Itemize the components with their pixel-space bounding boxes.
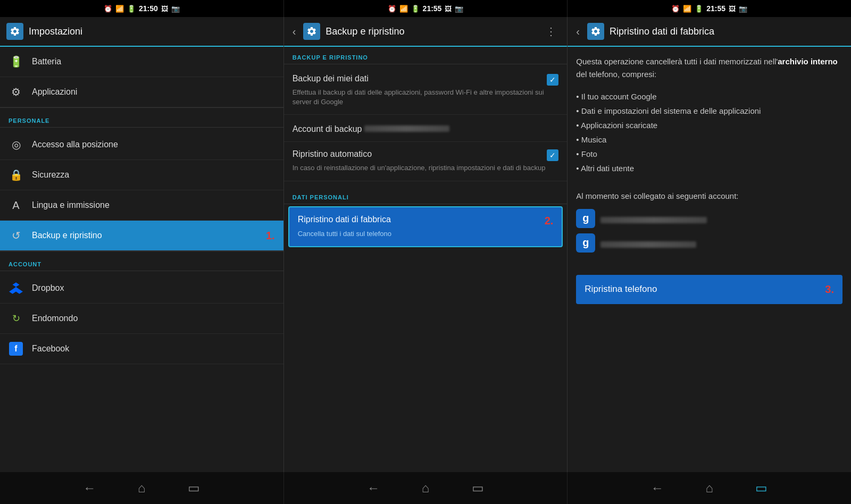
location-icon: ◎ — [9, 137, 23, 152]
panel2-title: Backup e ripristino — [326, 26, 536, 37]
account-row-1: g — [576, 209, 842, 228]
section-dati-personali: DATI PERSONALI — [284, 187, 568, 204]
bullet-musica: • Musica — [576, 132, 842, 147]
status-section-2: ⏰ 📶 🔋 21:55 🖼 📷 — [284, 0, 568, 17]
panel-settings: Impostazioni 🔋 Batteria ⚙ Applicazioni P… — [0, 17, 284, 472]
backup-dati-checkbox[interactable]: ✓ — [547, 74, 558, 86]
factory-reset-info: Questa operazione cancellerà tutti i dat… — [568, 47, 851, 89]
nav-section-2: ← ⌂ ▭ — [284, 472, 568, 504]
accounts-section: Al momento sei collegato ai seguenti acc… — [568, 182, 851, 266]
setting-ripristino-auto[interactable]: Ripristino automatico ✓ In caso di reins… — [284, 142, 568, 181]
panel1-battery-icon: 🔋 — [127, 5, 136, 13]
status-bar: ⏰ 📶 🔋 21:50 🖼 📷 ⏰ 📶 🔋 21:55 🖼 📷 ⏰ 📶 🔋 21… — [0, 0, 851, 17]
lock-icon: 🔒 — [9, 167, 23, 182]
nav-section-3: ← ⌂ ▭ — [568, 472, 851, 504]
endomondo-label: Endomondo — [32, 314, 275, 323]
panel3-battery-icon: 🔋 — [695, 5, 703, 13]
sidebar-item-endomondo[interactable]: ↻ Endomondo — [0, 304, 283, 334]
ripristino-fabbrica-header: Ripristino dati di fabbrica 2. — [298, 215, 554, 227]
panel1-photo-icon: 🖼 — [161, 5, 168, 13]
panel1-title: Impostazioni — [29, 26, 277, 37]
nav-back-1[interactable]: ← — [77, 475, 102, 501]
posizione-label: Accesso alla posizione — [32, 140, 275, 149]
panel2-content: BACKUP E RIPRISTINO Backup dei miei dati… — [284, 47, 568, 472]
sidebar-item-sicurezza[interactable]: 🔒 Sicurezza — [0, 160, 283, 190]
divider-personale-2 — [0, 127, 283, 128]
panel2-back-btn[interactable]: ‹ — [290, 23, 298, 40]
nav-home-2[interactable]: ⌂ — [413, 475, 438, 501]
dropbox-icon — [9, 281, 23, 296]
account-email-1-blurred — [600, 217, 707, 223]
ripristino-auto-checkbox[interactable]: ✓ — [547, 149, 558, 161]
nav-back-3[interactable]: ← — [645, 475, 670, 501]
nav-recents-1[interactable]: ▭ — [181, 475, 206, 501]
language-icon: A — [9, 198, 23, 213]
divider-backup — [284, 64, 568, 64]
divider-personale — [0, 107, 283, 108]
panel3-header-icon — [587, 23, 604, 40]
apps-icon: ⚙ — [9, 85, 23, 99]
divider-account — [0, 251, 283, 251]
section-personale: PERSONALE — [0, 110, 283, 127]
setting-ripristino-fabbrica[interactable]: Ripristino dati di fabbrica 2. Cancella … — [288, 206, 563, 247]
ripristino-fabbrica-title: Ripristino dati di fabbrica — [298, 215, 543, 224]
nav-home-3[interactable]: ⌂ — [697, 475, 722, 501]
sidebar-item-backup[interactable]: ↺ Backup e ripristino 1. — [0, 221, 283, 251]
ripristino-auto-title: Ripristino automatico — [293, 149, 542, 159]
applicazioni-label: Applicazioni — [32, 87, 275, 97]
reset-phone-button[interactable]: Ripristina telefono 3. — [576, 275, 842, 304]
panel3-cam-icon: 📷 — [739, 5, 747, 13]
panel1-time: 21:50 — [139, 4, 158, 13]
sidebar-item-batteria[interactable]: 🔋 Batteria — [0, 47, 283, 77]
backup-dati-title: Backup dei miei dati — [293, 74, 542, 83]
batteria-label: Batteria — [32, 57, 275, 66]
main-content: Impostazioni 🔋 Batteria ⚙ Applicazioni P… — [0, 17, 851, 472]
setting-backup-dati[interactable]: Backup dei miei dati ✓ Effettua il backu… — [284, 66, 568, 115]
panel2-alarm-icon: ⏰ — [388, 5, 396, 13]
nav-section-1: ← ⌂ ▭ — [0, 472, 284, 504]
panel1-cam-icon: 📷 — [171, 5, 180, 13]
status-section-1: ⏰ 📶 🔋 21:50 🖼 📷 — [0, 0, 284, 17]
bullet-google: • Il tuo account Google — [576, 89, 842, 104]
panel2-header: ‹ Backup e ripristino ⋮ — [284, 17, 568, 47]
panel3-content: Questa operazione cancellerà tutti i dat… — [568, 47, 851, 472]
panel2-time: 21:55 — [423, 4, 442, 13]
accounts-title: Al momento sei collegato ai seguenti acc… — [576, 190, 842, 203]
nav-recents-2[interactable]: ▭ — [465, 475, 490, 501]
endomondo-icon: ↻ — [9, 311, 23, 326]
panel-backup: ‹ Backup e ripristino ⋮ BACKUP E RIPRIST… — [284, 17, 568, 472]
panel1-content: 🔋 Batteria ⚙ Applicazioni PERSONALE ◎ Ac… — [0, 47, 283, 472]
sidebar-item-facebook[interactable]: f Facebook — [0, 334, 283, 364]
nav-recents-3[interactable]: ▭ — [749, 475, 774, 501]
sidebar-item-dropbox[interactable]: Dropbox — [0, 273, 283, 304]
panel3-back-btn[interactable]: ‹ — [574, 23, 582, 40]
backup-label: Backup e ripristino — [32, 231, 255, 240]
sidebar-item-lingua[interactable]: A Lingua e immissione — [0, 190, 283, 221]
facebook-icon: f — [9, 341, 23, 356]
sidebar-item-applicazioni[interactable]: ⚙ Applicazioni — [0, 77, 283, 107]
backup-icon: ↺ — [9, 228, 23, 243]
status-section-3: ⏰ 📶 🔋 21:55 🖼 📷 — [568, 0, 851, 17]
panel3-wifi-icon: 📶 — [683, 5, 691, 13]
nav-bar: ← ⌂ ▭ ← ⌂ ▭ ← ⌂ ▭ — [0, 472, 851, 504]
nav-back-2[interactable]: ← — [361, 475, 386, 501]
panel1-header: Impostazioni — [0, 17, 283, 47]
panel2-battery-icon: 🔋 — [411, 5, 420, 13]
sicurezza-label: Sicurezza — [32, 170, 275, 180]
panel3-photo-icon: 🖼 — [729, 5, 736, 13]
google-icon-2: g — [576, 233, 595, 253]
panel2-menu-btn[interactable]: ⋮ — [541, 23, 561, 40]
step3-badge: 3. — [825, 283, 834, 296]
account-backup-title: Account di backup — [293, 124, 362, 133]
lingua-label: Lingua e immissione — [32, 200, 275, 210]
panel3-alarm-icon: ⏰ — [671, 5, 680, 13]
panel2-cam-icon: 📷 — [455, 5, 463, 13]
sidebar-item-posizione[interactable]: ◎ Accesso alla posizione — [0, 130, 283, 160]
setting-backup-dati-header: Backup dei miei dati ✓ — [293, 74, 559, 86]
section-backup-label: BACKUP E RIPRISTINO — [284, 47, 568, 64]
dropbox-label: Dropbox — [32, 283, 275, 293]
bullet-app: • Applicazioni scaricate — [576, 118, 842, 132]
setting-account-backup[interactable]: Account di backup — [284, 115, 568, 142]
nav-home-1[interactable]: ⌂ — [129, 475, 154, 501]
ripristino-fabbrica-desc: Cancella tutti i dati sul telefono — [298, 229, 554, 239]
